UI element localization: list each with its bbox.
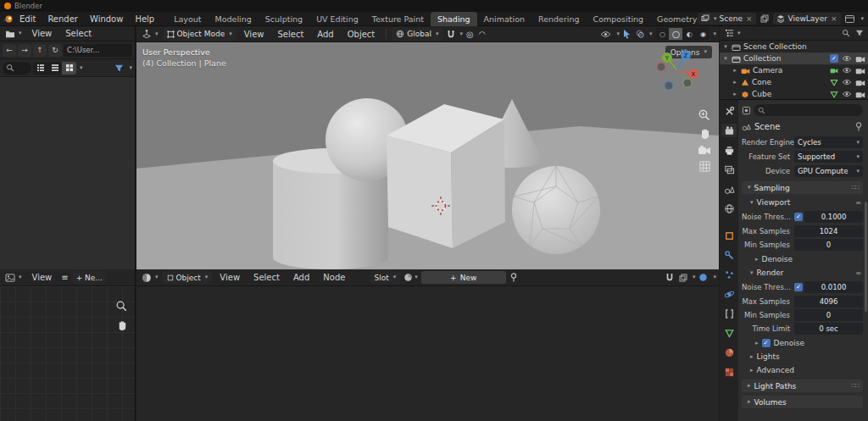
- chevron-down-icon[interactable]: ▾: [80, 65, 83, 71]
- outliner-row-camera[interactable]: ▸ Camera: [720, 64, 868, 76]
- denoise-checkbox[interactable]: ✓: [762, 339, 771, 347]
- chevron-down-icon[interactable]: ▾: [649, 31, 653, 37]
- vp-menu-object[interactable]: Object: [342, 30, 381, 39]
- editor-type-button[interactable]: ▾: [3, 273, 25, 283]
- noise-threshold-checkbox[interactable]: ✓: [794, 213, 803, 221]
- tab-object-data-properties[interactable]: [721, 326, 737, 340]
- tab-material-properties[interactable]: [721, 346, 737, 359]
- outliner-search-button[interactable]: [840, 28, 852, 38]
- tab-object-properties[interactable]: [721, 229, 737, 242]
- scene-collection-label[interactable]: Scene Collection: [743, 42, 807, 51]
- file-browser-body[interactable]: [0, 77, 135, 269]
- menu-edit[interactable]: Edit: [14, 14, 42, 24]
- expand-arrow-icon[interactable]: ▸: [732, 67, 738, 74]
- snap-button[interactable]: [445, 29, 457, 40]
- time-limit-field[interactable]: 0 sec: [794, 323, 863, 335]
- volumes-section-header[interactable]: ▸ Volumes: [742, 396, 863, 408]
- tab-texture-properties[interactable]: [721, 365, 737, 379]
- view-layer-clear-button[interactable]: ×: [830, 14, 838, 23]
- fb-menu-select[interactable]: Select: [59, 29, 97, 38]
- eye-icon[interactable]: [842, 55, 852, 62]
- tab-constraint-properties[interactable]: [721, 307, 737, 320]
- min-samples-field[interactable]: 0: [794, 309, 863, 321]
- advanced-collapsed[interactable]: ▸ Advanced: [742, 364, 863, 376]
- noise-threshold-field[interactable]: 0.1000: [804, 211, 863, 223]
- show-gizmo-button[interactable]: [598, 30, 613, 39]
- min-samples-field[interactable]: 0: [794, 239, 863, 251]
- grip-icon[interactable]: ∷∷: [852, 382, 859, 390]
- tab-rendering[interactable]: Rendering: [531, 12, 587, 26]
- tab-view-layer-properties[interactable]: [721, 163, 737, 176]
- shading-material-button[interactable]: ◐: [682, 28, 696, 40]
- zoom-icon[interactable]: [698, 108, 711, 122]
- tab-particle-properties[interactable]: [721, 268, 737, 281]
- max-samples-field[interactable]: 4096: [794, 296, 863, 307]
- vp-menu-add[interactable]: Add: [311, 30, 339, 39]
- grip-icon[interactable]: ∷∷: [852, 184, 859, 191]
- proportional-editing-button[interactable]: ◎: [465, 29, 476, 40]
- collection-checkbox[interactable]: ✓: [830, 54, 838, 63]
- scene-name[interactable]: Scene: [719, 14, 742, 23]
- eye-icon[interactable]: [842, 91, 852, 97]
- max-samples-field[interactable]: 1024: [794, 225, 863, 237]
- outliner-row-scene-collection[interactable]: ▾ Scene Collection: [720, 41, 868, 53]
- breadcrumb-icon[interactable]: [742, 106, 751, 115]
- hand-icon[interactable]: [698, 127, 711, 140]
- camera-visibility-icon[interactable]: [855, 67, 865, 75]
- tab-animation[interactable]: Animation: [477, 12, 531, 26]
- scene-clear-button[interactable]: ×: [745, 14, 754, 23]
- properties-search-input[interactable]: [754, 104, 863, 116]
- camera-visibility-icon[interactable]: [855, 55, 865, 63]
- chevron-down-icon[interactable]: ▾: [713, 274, 716, 280]
- eye-icon[interactable]: [842, 67, 852, 74]
- outliner-row-cube[interactable]: ▸ Cube: [720, 88, 868, 100]
- camera-label[interactable]: Camera: [753, 66, 782, 75]
- new-scene-icon[interactable]: [759, 14, 771, 24]
- view-layer-name[interactable]: ViewLayer: [787, 14, 826, 23]
- browse-material-button[interactable]: ▾: [402, 272, 420, 283]
- tab-world-properties[interactable]: [721, 202, 737, 215]
- new-image-button[interactable]: + Ne...: [72, 271, 106, 284]
- collection-label[interactable]: Collection: [743, 54, 782, 63]
- chevron-down-icon[interactable]: ▾: [460, 31, 464, 37]
- tab-modeling[interactable]: Modeling: [209, 12, 259, 26]
- viewport-denoise-collapsed[interactable]: ▸ Denoise: [742, 253, 863, 265]
- shader-type-dropdown[interactable]: Object ▾: [163, 271, 213, 284]
- noise-threshold-field[interactable]: 0.0100: [804, 281, 863, 293]
- navigation-gizmo[interactable]: Y Z X: [654, 47, 700, 93]
- nav-refresh-button[interactable]: ↻: [48, 44, 62, 57]
- shading-solid-button[interactable]: ◯: [669, 28, 682, 40]
- feature-set-dropdown[interactable]: Supported ▾: [794, 151, 863, 163]
- properties-scrollbar[interactable]: [865, 202, 867, 312]
- pin-button[interactable]: [508, 272, 520, 283]
- camera-view-icon[interactable]: [698, 145, 711, 155]
- tab-geometry-nodes[interactable]: Geometry Nodes: [650, 12, 698, 26]
- overlays-button[interactable]: [634, 29, 646, 39]
- preset-icon[interactable]: ≡: [855, 199, 861, 207]
- nav-up-button[interactable]: ↑: [33, 44, 47, 57]
- pin-button[interactable]: [854, 122, 863, 131]
- viewport-subsection-header[interactable]: ▾ Viewport ≡: [742, 197, 863, 208]
- chevron-down-icon[interactable]: ▾: [616, 31, 620, 37]
- render-subsection-header[interactable]: ▾ Render ≡: [742, 267, 863, 279]
- display-vertical-list-button[interactable]: [33, 62, 47, 75]
- tab-compositing[interactable]: Compositing: [587, 12, 651, 26]
- filter-button[interactable]: [113, 63, 125, 74]
- new-material-button[interactable]: + New: [421, 271, 506, 284]
- nav-back-button[interactable]: ←: [3, 44, 16, 57]
- tab-modifier-properties[interactable]: [721, 248, 737, 262]
- fb-menu-view[interactable]: View: [26, 29, 58, 38]
- menu-window[interactable]: Window: [84, 14, 129, 24]
- falloff-button[interactable]: ◠: [477, 29, 487, 39]
- zoom-icon[interactable]: [115, 300, 128, 313]
- screen-icon[interactable]: [843, 14, 856, 24]
- tab-render-properties[interactable]: [721, 124, 737, 137]
- editor-type-button[interactable]: ▾: [139, 272, 161, 284]
- mode-dropdown[interactable]: Object Mode ▾: [163, 28, 236, 41]
- render-denoise-collapsed[interactable]: ▸ ✓ Denoise: [742, 337, 863, 349]
- lights-collapsed[interactable]: ▸ Lights: [742, 351, 863, 363]
- outliner-row-cone[interactable]: ▸ Cone: [720, 76, 868, 88]
- sh-menu-view[interactable]: View: [214, 273, 246, 282]
- shader-node-canvas[interactable]: [136, 286, 719, 421]
- sampling-section-header[interactable]: ▾ Sampling ∷∷: [742, 181, 863, 194]
